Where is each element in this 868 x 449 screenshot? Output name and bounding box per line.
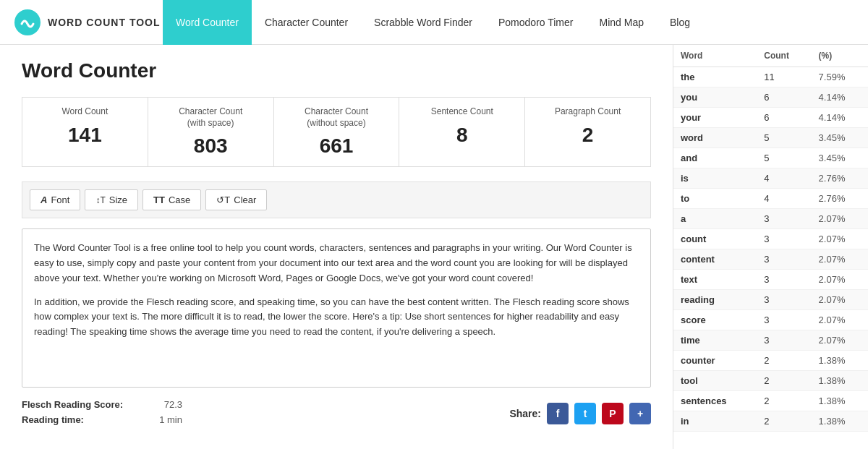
pct-cell: 4.14% bbox=[812, 87, 868, 108]
font-icon: A bbox=[41, 194, 47, 205]
nav-pomodoro[interactable]: Pomodoro Timer bbox=[485, 0, 586, 45]
stat-char-nospace-label: Character Count(without space) bbox=[281, 106, 392, 129]
content-footer: Flesch Reading Score: 72.3 Reading time:… bbox=[22, 399, 651, 425]
pct-cell: 3.45% bbox=[812, 128, 868, 148]
count-cell: 4 bbox=[757, 189, 811, 209]
reading-value: 1 min bbox=[146, 414, 182, 425]
word-cell: reading bbox=[673, 290, 757, 310]
count-cell: 6 bbox=[757, 87, 811, 108]
text-area[interactable]: The Word Counter Tool is a free online t… bbox=[22, 228, 651, 388]
share-pinterest-button[interactable]: P bbox=[602, 403, 624, 424]
share-facebook-button[interactable]: f bbox=[547, 403, 569, 424]
table-row: you 6 4.14% bbox=[673, 87, 868, 108]
stat-char-nospace: Character Count(without space) 661 bbox=[274, 97, 400, 167]
flesch-row: Flesch Reading Score: 72.3 bbox=[22, 399, 182, 410]
stats-row: Word Count 141 Character Count(with spac… bbox=[22, 97, 651, 167]
pct-cell: 4.14% bbox=[812, 108, 868, 128]
count-cell: 5 bbox=[757, 148, 811, 168]
table-row: and 5 3.45% bbox=[673, 148, 868, 168]
clear-button[interactable]: ↺T Clear bbox=[205, 189, 267, 210]
main-layout: Word Counter Word Count 141 Character Co… bbox=[0, 45, 868, 449]
stat-paragraph-value: 2 bbox=[532, 124, 643, 147]
word-cell: text bbox=[673, 270, 757, 290]
count-cell: 3 bbox=[757, 310, 811, 330]
table-row: reading 3 2.07% bbox=[673, 290, 868, 310]
table-row: counter 2 1.38% bbox=[673, 351, 868, 371]
case-button[interactable]: TT Case bbox=[142, 189, 201, 210]
word-cell: time bbox=[673, 330, 757, 351]
share-label: Share: bbox=[509, 408, 541, 419]
nav-character-counter[interactable]: Character Counter bbox=[252, 0, 361, 45]
nav-blog[interactable]: Blog bbox=[657, 0, 703, 45]
logo-text: WORD COUNT TOOL bbox=[48, 17, 161, 28]
pct-cell: 2.07% bbox=[812, 229, 868, 249]
pct-cell: 1.38% bbox=[812, 351, 868, 371]
count-cell: 2 bbox=[757, 391, 811, 411]
pct-cell: 2.07% bbox=[812, 270, 868, 290]
clear-icon: ↺T bbox=[216, 194, 230, 205]
bottom-stats: Flesch Reading Score: 72.3 Reading time:… bbox=[22, 399, 182, 425]
table-row: time 3 2.07% bbox=[673, 330, 868, 351]
pct-cell: 1.38% bbox=[812, 391, 868, 411]
toolbar: A Font ↕T Size TT Case ↺T Clear bbox=[22, 181, 651, 218]
col-word-header: Word bbox=[673, 45, 757, 67]
nav-mindmap[interactable]: Mind Map bbox=[586, 0, 656, 45]
count-cell: 3 bbox=[757, 270, 811, 290]
pct-cell: 1.38% bbox=[812, 371, 868, 391]
case-icon: TT bbox=[153, 194, 165, 205]
font-label: Font bbox=[51, 194, 69, 205]
count-cell: 3 bbox=[757, 249, 811, 270]
count-cell: 6 bbox=[757, 108, 811, 128]
size-button[interactable]: ↕T Size bbox=[85, 189, 138, 210]
reading-row: Reading time: 1 min bbox=[22, 414, 182, 425]
table-row: count 3 2.07% bbox=[673, 229, 868, 249]
pct-cell: 2.76% bbox=[812, 189, 868, 209]
pct-cell: 2.07% bbox=[812, 249, 868, 270]
word-cell: you bbox=[673, 87, 757, 108]
stat-paragraph-label: Paragraph Count bbox=[532, 106, 643, 118]
word-cell: a bbox=[673, 209, 757, 229]
text-para-2: In addition, we provide the Flesch readi… bbox=[34, 295, 639, 340]
word-cell: content bbox=[673, 249, 757, 270]
size-icon: ↕T bbox=[95, 195, 105, 205]
font-button[interactable]: A Font bbox=[30, 189, 80, 210]
clear-label: Clear bbox=[234, 194, 256, 205]
table-row: the 11 7.59% bbox=[673, 67, 868, 87]
stat-char-space-label: Character Count(with space) bbox=[156, 106, 266, 129]
stat-char-space: Character Count(with space) 803 bbox=[148, 97, 274, 167]
share-twitter-button[interactable]: t bbox=[574, 403, 596, 424]
table-row: score 3 2.07% bbox=[673, 310, 868, 330]
pct-cell: 2.07% bbox=[812, 290, 868, 310]
table-row: text 3 2.07% bbox=[673, 270, 868, 290]
word-cell: tool bbox=[673, 371, 757, 391]
table-row: word 5 3.45% bbox=[673, 128, 868, 148]
word-cell: counter bbox=[673, 351, 757, 371]
count-cell: 5 bbox=[757, 128, 811, 148]
nav-scrabble[interactable]: Scrabble Word Finder bbox=[361, 0, 485, 45]
stat-char-nospace-value: 661 bbox=[281, 134, 392, 158]
table-row: a 3 2.07% bbox=[673, 209, 868, 229]
word-cell: score bbox=[673, 310, 757, 330]
main-nav: Word Counter Character Counter Scrabble … bbox=[163, 0, 703, 45]
table-row: your 6 4.14% bbox=[673, 108, 868, 128]
logo-icon bbox=[14, 9, 41, 35]
word-cell: and bbox=[673, 148, 757, 168]
share-google-button[interactable]: + bbox=[629, 403, 651, 424]
count-cell: 3 bbox=[757, 209, 811, 229]
stat-word-count-label: Word Count bbox=[30, 106, 140, 118]
size-label: Size bbox=[109, 194, 127, 205]
count-cell: 4 bbox=[757, 168, 811, 189]
word-cell: to bbox=[673, 189, 757, 209]
pct-cell: 2.07% bbox=[812, 330, 868, 351]
flesch-label: Flesch Reading Score: bbox=[22, 399, 137, 410]
count-cell: 3 bbox=[757, 330, 811, 351]
pct-cell: 2.07% bbox=[812, 310, 868, 330]
text-para-1: The Word Counter Tool is a free online t… bbox=[34, 241, 639, 286]
stat-word-count: Word Count 141 bbox=[22, 97, 148, 167]
table-row: content 3 2.07% bbox=[673, 249, 868, 270]
count-cell: 3 bbox=[757, 290, 811, 310]
nav-word-counter[interactable]: Word Counter bbox=[163, 0, 252, 45]
count-cell: 3 bbox=[757, 229, 811, 249]
col-count-header: Count bbox=[757, 45, 811, 67]
flesch-value: 72.3 bbox=[146, 399, 182, 410]
